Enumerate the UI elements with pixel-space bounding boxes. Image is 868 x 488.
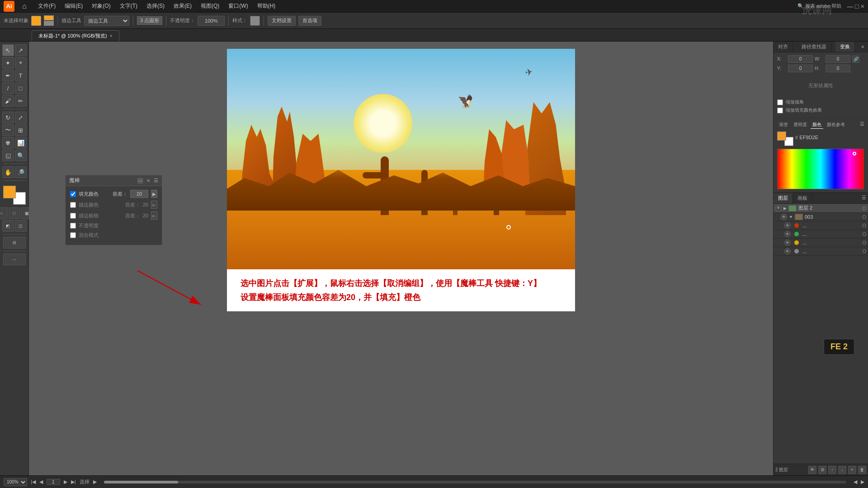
scale-stroke-checkbox[interactable]: [777, 99, 783, 105]
layer-yellow-visibility[interactable]: 👁: [784, 239, 791, 246]
menu-help[interactable]: 帮助(H): [254, 1, 279, 11]
stroke-color-checkbox[interactable]: [70, 202, 76, 208]
rect-tool[interactable]: □: [15, 82, 27, 94]
blend-mode-checkbox[interactable]: [70, 232, 76, 238]
transparency-tab[interactable]: 透明度: [792, 121, 809, 129]
foreground-swatch[interactable]: [3, 186, 16, 198]
pen-tool[interactable]: ✒: [2, 70, 14, 81]
layer-yellow-row[interactable]: 👁 ... O: [774, 239, 868, 247]
pathfinder-tab[interactable]: 路径查找器: [797, 42, 831, 52]
color-guide-tab[interactable]: 颜色参考: [825, 121, 847, 129]
scale-tool[interactable]: ⤢: [15, 112, 27, 123]
layers-tab[interactable]: 图层: [774, 193, 793, 203]
scale-corner-checkbox[interactable]: [777, 108, 783, 113]
panel-close-btn[interactable]: ×: [145, 177, 152, 184]
opacity-checkbox[interactable]: [70, 223, 76, 229]
menu-text[interactable]: 文字(T): [116, 1, 141, 11]
fill-tolerance-input[interactable]: [130, 190, 148, 198]
style-swatch[interactable]: [250, 16, 260, 26]
gradient-tool[interactable]: ◱: [2, 150, 14, 161]
layer-red-visibility[interactable]: 👁: [784, 222, 791, 229]
type-tool[interactable]: T: [15, 70, 27, 81]
menu-edit[interactable]: 编辑(E): [61, 1, 86, 11]
align-tab[interactable]: 对齐: [774, 42, 793, 52]
layer-2-row[interactable]: 👁 ▶ 图层 2 O: [774, 204, 868, 213]
stroke-width-arrow[interactable]: ▶: [151, 211, 157, 220]
layer-gray-row[interactable]: 👁 ... O: [774, 247, 868, 256]
color-tab[interactable]: 颜色: [811, 121, 823, 129]
nav-first[interactable]: |◀: [31, 479, 36, 485]
column-chart-tool[interactable]: 📊: [15, 137, 27, 149]
magic-wand-tool[interactable]: ✦: [2, 57, 14, 69]
selection-tool[interactable]: ↖: [2, 44, 14, 56]
menu-select[interactable]: 选择(S): [143, 1, 168, 11]
artboard-tool[interactable]: ⊟: [3, 237, 26, 249]
menu-window[interactable]: 窗口(W): [225, 1, 251, 11]
tab-close-icon[interactable]: ×: [110, 33, 113, 38]
play-btn[interactable]: ▶: [93, 479, 97, 485]
page-input[interactable]: [47, 479, 60, 485]
right-panel-close[interactable]: ×: [859, 43, 866, 50]
stroke-width-checkbox[interactable]: [70, 213, 76, 219]
lasso-tool[interactable]: ⌖: [15, 57, 27, 69]
document-tab[interactable]: 未标题-1* @ 100% (RGB/预览) ×: [32, 30, 119, 41]
opacity-input[interactable]: [198, 16, 225, 26]
paint-brush-tool[interactable]: 🖌: [2, 95, 14, 107]
layer-2-visibility[interactable]: 👁: [775, 205, 782, 211]
minimize-btn[interactable]: —: [847, 3, 853, 10]
close-btn[interactable]: ×: [861, 3, 864, 10]
more-tools-btn[interactable]: ···: [3, 253, 26, 265]
warp-tool[interactable]: 〜: [2, 124, 14, 136]
layer-green-row[interactable]: 👁 ... O: [774, 230, 868, 239]
rotate-tool[interactable]: ↻: [2, 112, 14, 123]
h-input[interactable]: [826, 65, 850, 72]
menu-view[interactable]: 视图(Q): [197, 1, 223, 11]
eyedropper-tool[interactable]: 🔍: [15, 150, 27, 161]
doc-settings-btn[interactable]: 文档设置: [268, 16, 296, 26]
lock-proportions-icon[interactable]: 🔗: [852, 56, 859, 63]
delete-layer-btn[interactable]: 🗑: [858, 466, 866, 474]
zoom-select[interactable]: 100%: [4, 478, 27, 486]
layer-2-expand[interactable]: ▶: [783, 206, 787, 211]
brush-select[interactable]: 描边工具: [84, 16, 129, 26]
fill-color-checkbox[interactable]: [70, 191, 76, 197]
gradient-tab[interactable]: 渐变: [777, 121, 790, 129]
layer-settings-btn[interactable]: ⚙: [818, 466, 826, 474]
nav-prev[interactable]: ◀: [39, 479, 43, 485]
hand-tool[interactable]: ✋: [2, 166, 14, 178]
artboard-tab[interactable]: 画板: [793, 193, 812, 203]
layer-visibility-btn[interactable]: 👁: [808, 466, 816, 474]
layer-move-down-btn[interactable]: ↓: [838, 466, 846, 474]
color-panel-menu[interactable]: ☰: [860, 121, 864, 129]
symbol-tool[interactable]: ✾: [2, 137, 14, 149]
direct-selection-tool[interactable]: ↗: [15, 44, 27, 56]
x-input[interactable]: [788, 55, 813, 63]
nav-next[interactable]: ▶: [64, 479, 67, 485]
scroll-left[interactable]: ◀: [854, 479, 857, 485]
layers-panel-menu[interactable]: ☰: [860, 193, 868, 203]
fill-none-btn[interactable]: ○: [0, 207, 8, 219]
home-icon[interactable]: ⌂: [19, 1, 30, 12]
layer-003-visibility[interactable]: 👁: [781, 214, 787, 220]
normal-mode-btn[interactable]: ◩: [2, 220, 14, 232]
layer-red-row[interactable]: 👁 ... O: [774, 221, 868, 230]
fill-tolerance-arrow[interactable]: ▶: [151, 190, 157, 198]
panel-menu-btn[interactable]: ☰: [154, 178, 158, 183]
zoom-tool[interactable]: 🔎: [15, 166, 27, 178]
color-picker[interactable]: [777, 149, 864, 189]
w-input[interactable]: [826, 55, 850, 63]
fill-color-swatch[interactable]: [31, 16, 41, 26]
draw-behind-btn[interactable]: ◫: [15, 220, 27, 232]
layer-003-row[interactable]: 👁 ▼ 003 O: [774, 213, 868, 221]
layer-move-btn[interactable]: ↑: [828, 466, 836, 474]
menu-file[interactable]: 文件(F): [34, 1, 59, 11]
transform-tab[interactable]: 变换: [835, 42, 855, 52]
layer-gray-visibility[interactable]: 👁: [784, 248, 791, 254]
scroll-right[interactable]: ▶: [861, 479, 864, 485]
menu-object[interactable]: 对象(O): [88, 1, 114, 11]
y-input[interactable]: [788, 65, 813, 72]
panel-minimize-btn[interactable]: —: [137, 178, 143, 183]
stroke-btn[interactable]: □: [9, 207, 20, 219]
nav-last[interactable]: ▶|: [71, 479, 76, 485]
line-tool[interactable]: /: [2, 82, 14, 94]
